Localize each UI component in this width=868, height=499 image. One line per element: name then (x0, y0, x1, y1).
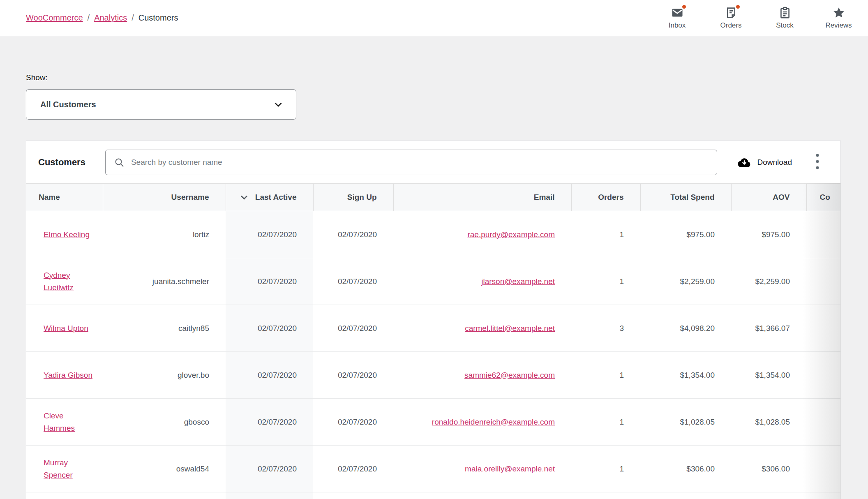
column-header-username[interactable]: Username (103, 184, 226, 211)
customers-card: Customers Download Name Usern (26, 141, 841, 499)
dropdown-selected-value: All Customers (40, 100, 96, 109)
last-active-cell: 02/07/2020 (226, 305, 313, 352)
tab-stock-label: Stock (776, 21, 794, 30)
country-cell (806, 258, 841, 305)
customer-email-link[interactable]: rae.purdy@example.com (467, 230, 555, 239)
customers-table: Name Username Last Active Sign Up Email … (26, 183, 841, 499)
column-header-total-spend[interactable]: Total Spend (640, 184, 731, 211)
aov-cell: $1,354.00 (731, 352, 806, 399)
empty-cell (226, 492, 313, 499)
total-spend-cell: $975.00 (640, 211, 731, 258)
last-active-cell: 02/07/2020 (226, 446, 313, 492)
inbox-unread-dot (681, 4, 687, 9)
card-menu-button[interactable] (809, 150, 826, 175)
total-spend-cell: $1,354.00 (640, 352, 731, 399)
username-cell: juanita.schmeler (103, 258, 226, 305)
chevron-down-icon (272, 98, 284, 111)
email-cell: sammie62@example.com (393, 352, 571, 399)
country-cell (806, 446, 841, 492)
sign-up-cell: 02/07/2020 (313, 399, 393, 446)
tab-orders[interactable]: Orders (704, 0, 758, 36)
country-cell (806, 305, 841, 352)
aov-cell: $306.00 (731, 446, 806, 492)
total-spend-cell: $1,028.05 (640, 399, 731, 446)
tab-reviews-label: Reviews (825, 21, 852, 30)
customer-name-cell: Cleve Hammes (26, 399, 103, 446)
column-header-last-active[interactable]: Last Active (226, 184, 313, 211)
column-header-country[interactable]: Co (806, 184, 841, 211)
country-cell (806, 211, 841, 258)
sign-up-cell: 02/07/2020 (313, 258, 393, 305)
orders-cell: 1 (571, 258, 640, 305)
search-icon (114, 157, 125, 168)
empty-cell (103, 492, 226, 499)
orders-unread-dot (735, 4, 741, 9)
empty-cell (26, 492, 103, 499)
top-bar: WooCommerce / Analytics / Customers Inbo… (0, 0, 868, 36)
search-input[interactable] (105, 150, 717, 175)
username-cell: oswald54 (103, 446, 226, 492)
email-cell: carmel.littel@example.net (393, 305, 571, 352)
email-cell: jlarson@example.net (393, 258, 571, 305)
breadcrumb-separator: / (88, 13, 90, 23)
sign-up-cell: 02/07/2020 (313, 352, 393, 399)
orders-cell: 3 (571, 305, 640, 352)
download-button[interactable]: Download (737, 155, 792, 169)
show-filter-label: Show: (26, 73, 48, 82)
last-active-cell: 02/07/2020 (226, 352, 313, 399)
customer-email-link[interactable]: jlarson@example.net (481, 277, 555, 286)
customer-email-link[interactable]: ronaldo.heidenreich@example.com (432, 418, 555, 426)
orders-cell: 1 (571, 211, 640, 258)
sign-up-cell: 02/07/2020 (313, 211, 393, 258)
breadcrumb-link-analytics[interactable]: Analytics (94, 13, 127, 23)
column-header-orders[interactable]: Orders (571, 184, 640, 211)
tab-reviews[interactable]: Reviews (812, 0, 866, 36)
table-row: Elmo Keelinglortiz02/07/202002/07/2020ra… (26, 211, 841, 258)
total-spend-cell: $2,259.00 (640, 258, 731, 305)
customer-name-link[interactable]: Yadira Gibson (44, 371, 92, 379)
customer-email-link[interactable]: maia.oreilly@example.net (465, 464, 555, 473)
column-header-email[interactable]: Email (393, 184, 571, 211)
orders-cell: 1 (571, 352, 640, 399)
table-row: Cleve Hammesgbosco02/07/202002/07/2020ro… (26, 399, 841, 446)
breadcrumb: WooCommerce / Analytics / Customers (26, 13, 178, 23)
empty-cell (806, 492, 841, 499)
tab-inbox[interactable]: Inbox (650, 0, 704, 36)
customer-name-cell: Elmo Keeling (26, 211, 103, 258)
table-row: Yadira Gibsonglover.bo02/07/202002/07/20… (26, 352, 841, 399)
empty-cell (313, 492, 393, 499)
empty-cell (640, 492, 731, 499)
tab-stock[interactable]: Stock (758, 0, 812, 36)
customer-name-link[interactable]: Cleve Hammes (44, 411, 75, 432)
breadcrumb-link-woocommerce[interactable]: WooCommerce (26, 13, 83, 23)
customer-name-link[interactable]: Wilma Upton (44, 324, 88, 333)
customer-name-cell: Cydney Lueilwitz (26, 258, 103, 305)
customers-card-header: Customers Download (26, 141, 840, 183)
customer-name-cell: Wilma Upton (26, 305, 103, 352)
table-row: Wilma Uptoncaitlyn8502/07/202002/07/2020… (26, 305, 841, 352)
table-row: Cydney Lueilwitzjuanita.schmeler02/07/20… (26, 258, 841, 305)
total-spend-cell: $4,098.20 (640, 305, 731, 352)
aov-cell: $1,366.07 (731, 305, 806, 352)
customer-name-link[interactable]: Murray Spencer (44, 458, 73, 479)
tab-orders-label: Orders (720, 21, 742, 30)
card-title: Customers (38, 157, 85, 168)
sign-up-cell: 02/07/2020 (313, 305, 393, 352)
email-cell: ronaldo.heidenreich@example.com (393, 399, 571, 446)
country-cell (806, 352, 841, 399)
customer-email-link[interactable]: carmel.littel@example.net (465, 324, 555, 333)
activity-panel-tabs: Inbox Orders Stock (650, 0, 866, 36)
orders-cell: 1 (571, 399, 640, 446)
customer-name-link[interactable]: Cydney Lueilwitz (44, 271, 74, 292)
column-header-aov[interactable]: AOV (731, 184, 806, 211)
username-cell: gbosco (103, 399, 226, 446)
customers-filter-dropdown[interactable]: All Customers (26, 89, 296, 120)
ellipsis-icon (813, 152, 822, 172)
customer-name-link[interactable]: Elmo Keeling (44, 230, 90, 239)
column-header-name[interactable]: Name (26, 184, 103, 211)
column-header-sign-up[interactable]: Sign Up (313, 184, 393, 211)
email-cell: rae.purdy@example.com (393, 211, 571, 258)
customers-table-body: Elmo Keelinglortiz02/07/202002/07/2020ra… (26, 211, 841, 499)
customer-email-link[interactable]: sammie62@example.com (464, 371, 555, 379)
stock-icon (778, 6, 792, 19)
